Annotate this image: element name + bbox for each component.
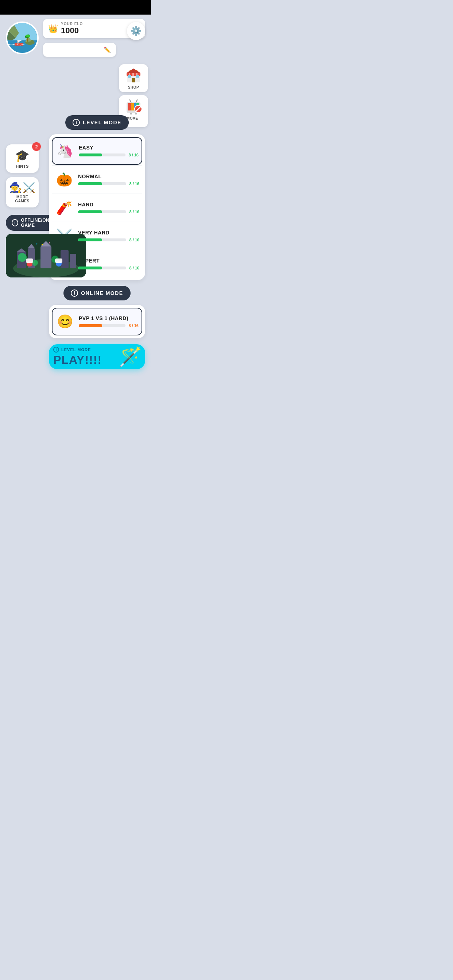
- easy-progress-text: 8 / 16: [128, 153, 139, 157]
- expert-name: EXPERT: [78, 258, 139, 264]
- very-hard-info: VERY HARD 8 / 16: [78, 230, 139, 242]
- online-card: 😊 PVP 1 VS 1 (HARD) 8 / 16: [49, 305, 145, 338]
- hard-progress-text: 8 / 16: [129, 210, 139, 214]
- normal-icon: 🎃: [55, 170, 74, 189]
- very-hard-progress-text: 8 / 16: [129, 238, 139, 242]
- hard-progress-bar: [78, 210, 126, 213]
- pvp-name: PVP 1 VS 1 (HARD): [79, 315, 139, 321]
- svg-point-44: [18, 253, 27, 262]
- play-button[interactable]: i LEVEL MODE PLAY!!!! 🪄: [49, 344, 145, 369]
- normal-name: NORMAL: [78, 173, 139, 180]
- elo-label: YOUR ELO: [61, 22, 83, 26]
- pvp-item[interactable]: 😊 PVP 1 VS 1 (HARD) 8 / 16: [52, 308, 142, 336]
- hard-progress-fill: [78, 210, 102, 213]
- play-mode-text: LEVEL MODE: [61, 347, 91, 352]
- normal-progress: 8 / 16: [78, 181, 139, 186]
- easy-progress: 8 / 16: [79, 153, 139, 157]
- hard-name: HARD: [78, 202, 139, 207]
- level-item-easy[interactable]: 🦄 EASY 8 / 16: [52, 137, 142, 165]
- hard-info: HARD 8 / 16: [78, 202, 139, 214]
- play-btn-text: PLAY!!!!: [53, 353, 102, 367]
- expert-info: EXPERT 8 / 16: [78, 258, 139, 270]
- avatar[interactable]: [6, 22, 39, 54]
- left-column: 2 🎓 HINTS 🧙⚔️ MORE GAMES i OFFLINE/ONLIN…: [6, 64, 46, 375]
- normal-progress-text: 8 / 16: [129, 181, 139, 186]
- hints-label: HINTS: [16, 164, 29, 169]
- pvp-progress-bar: [79, 324, 126, 327]
- expert-progress-bar: [78, 267, 126, 269]
- pvp-progress-text: 8 / 16: [128, 323, 139, 328]
- crown-icon: 👑: [48, 24, 58, 33]
- online-mode-label: ONLINE MODE: [81, 290, 123, 296]
- svg-point-52: [49, 242, 50, 243]
- name-input[interactable]: ✏️: [43, 43, 116, 57]
- easy-info: EASY 8 / 16: [79, 145, 139, 157]
- right-column: i LEVEL MODE 🦄 EASY 8 / 16: [46, 64, 145, 375]
- cauldron-icon: 🪄: [118, 345, 142, 368]
- easy-progress-bar: [79, 153, 126, 156]
- level-mode-header: i LEVEL MODE: [65, 115, 129, 130]
- hints-badge: 2: [32, 142, 41, 151]
- hints-icon: 🎓: [15, 149, 30, 162]
- ad-info-icon: i: [12, 219, 18, 226]
- status-bar: [0, 0, 151, 14]
- header: 👑 YOUR ELO 1000 ✏️ ⚙️: [0, 14, 151, 61]
- gear-icon: ⚙️: [131, 26, 142, 36]
- very-hard-progress: 8 / 16: [78, 238, 139, 242]
- more-games-icons: 🧙⚔️: [9, 181, 35, 194]
- svg-point-53: [37, 243, 38, 245]
- svg-rect-50: [55, 258, 62, 263]
- level-item-normal[interactable]: 🎃 NORMAL 8 / 16: [52, 167, 142, 193]
- expert-progress-text: 8 / 16: [129, 266, 139, 270]
- online-mode-info-icon: i: [71, 290, 78, 297]
- normal-info: NORMAL 8 / 16: [78, 173, 139, 186]
- very-hard-progress-fill: [78, 239, 102, 241]
- elo-value: 1000: [61, 26, 83, 35]
- online-mode-header: i ONLINE MODE: [64, 286, 130, 301]
- pencil-icon: ✏️: [104, 46, 111, 53]
- svg-rect-49: [26, 258, 33, 263]
- svg-point-51: [41, 244, 43, 245]
- pvp-progress: 8 / 16: [79, 323, 139, 328]
- hard-icon: 🧨: [55, 198, 74, 217]
- more-games-button[interactable]: 🧙⚔️ MORE GAMES: [6, 177, 39, 207]
- expert-progress: 8 / 16: [78, 266, 139, 270]
- level-item-hard[interactable]: 🧨 HARD 8 / 16: [52, 195, 142, 221]
- normal-progress-bar: [78, 182, 126, 185]
- pvp-icon: 😊: [56, 312, 74, 331]
- more-games-label: MORE GAMES: [9, 195, 36, 203]
- expert-progress-fill: [78, 267, 102, 269]
- very-hard-name: VERY HARD: [78, 230, 139, 235]
- play-info-icon: i: [53, 347, 59, 353]
- elo-info: YOUR ELO 1000: [61, 22, 83, 35]
- easy-name: EASY: [79, 145, 139, 151]
- ad-image[interactable]: [6, 234, 86, 277]
- normal-progress-fill: [78, 182, 102, 185]
- main-content: SHOP: [0, 61, 151, 378]
- svg-rect-42: [40, 247, 51, 268]
- hints-button[interactable]: 2 🎓 HINTS: [6, 145, 39, 173]
- easy-progress-fill: [79, 153, 102, 156]
- very-hard-progress-bar: [78, 239, 126, 241]
- content-row: 2 🎓 HINTS 🧙⚔️ MORE GAMES i OFFLINE/ONLIN…: [6, 64, 145, 375]
- hard-progress: 8 / 16: [78, 210, 139, 214]
- level-mode-info-icon: i: [73, 119, 80, 126]
- settings-button[interactable]: ⚙️: [127, 22, 145, 40]
- play-mode-label-row: i LEVEL MODE: [53, 347, 102, 353]
- play-text-col: i LEVEL MODE PLAY!!!!: [53, 347, 102, 367]
- level-mode-label: LEVEL MODE: [83, 119, 121, 126]
- svg-rect-39: [70, 254, 76, 268]
- easy-icon: 🦄: [56, 142, 74, 161]
- pvp-progress-fill: [79, 324, 102, 327]
- pvp-info: PVP 1 VS 1 (HARD) 8 / 16: [79, 315, 139, 328]
